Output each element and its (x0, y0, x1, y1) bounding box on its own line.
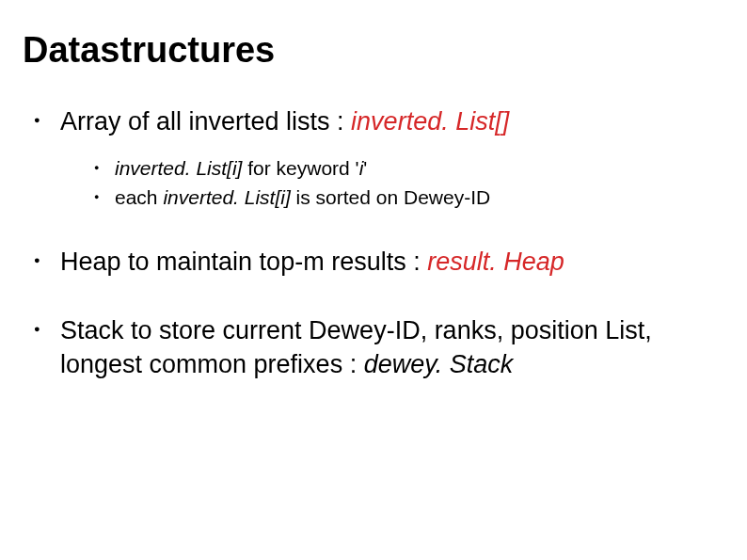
sub2-post: is sorted on Dewey-ID (291, 186, 490, 208)
sub1-term: inverted. List[i] (115, 157, 242, 179)
bullet1-prefix: Array of all inverted lists : (60, 107, 351, 136)
sub-bullet-1: inverted. List[i] for keyword 'i' (115, 155, 724, 182)
bullet-item-2: Heap to maintain top-m results : result.… (60, 245, 724, 279)
bullet2-prefix: Heap to maintain top-m results : (60, 248, 427, 276)
bullet2-term: result. Heap (427, 248, 564, 276)
bullet3-prefix: Stack to store current Dewey-ID, ranks, … (60, 316, 652, 378)
bullet-item-3: Stack to store current Dewey-ID, ranks, … (60, 313, 724, 382)
sub1-end: ' (363, 157, 367, 179)
bullet1-term: inverted. List[] (351, 107, 509, 136)
bullet-item-1: Array of all inverted lists : inverted. … (60, 104, 724, 211)
bullet3-term: dewey. Stack (364, 350, 514, 378)
sub2-term: inverted. List[i] (163, 186, 290, 208)
slide-title: Datastructures (23, 30, 724, 71)
sub-bullet-2: each inverted. List[i] is sorted on Dewe… (115, 184, 724, 211)
sub-bullet-list: inverted. List[i] for keyword 'i' each i… (60, 155, 724, 211)
slide: Datastructures Array of all inverted lis… (0, 0, 747, 560)
sub1-mid: for keyword ' (242, 157, 358, 179)
bullet-list: Array of all inverted lists : inverted. … (23, 104, 724, 381)
sub2-pre: each (115, 186, 163, 208)
